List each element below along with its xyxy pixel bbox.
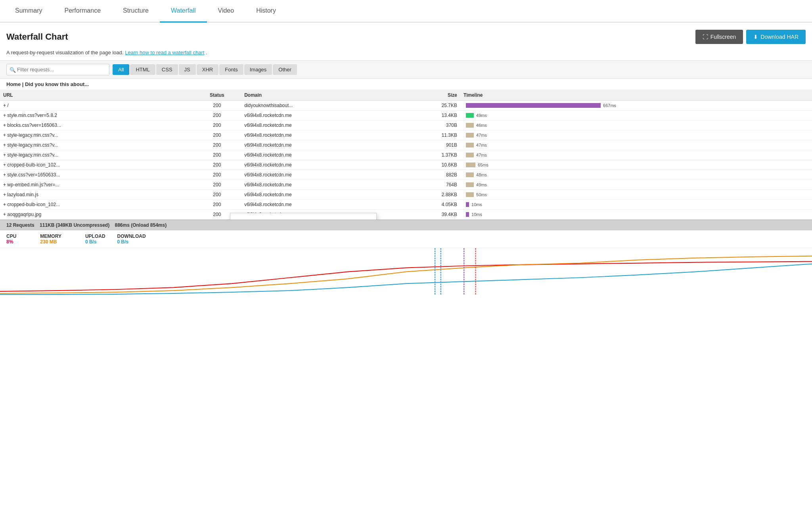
cell-size: 25.7KB [395,101,460,111]
waterfall-table: URL Status Domain Size Timeline + /200di… [0,90,812,220]
cell-status: 200 [193,150,241,160]
upload-value: 0 B/s [85,239,105,245]
tooltip-popup: 0ms Request start time since the beginni… [230,213,377,220]
cell-domain: v6i9i4x8.rocketcdn.me [241,180,395,190]
cell-status: 200 [193,121,241,130]
search-icon: 🔍 [10,67,16,73]
table-row[interactable]: + aoqggaqrlpu.jpg200v6i9i4x8.rocketcdn.m… [0,210,812,220]
cell-size: 1.37KB [395,150,460,160]
cell-url: + style-legacy.min.css?v... [0,150,193,160]
cell-size: 10.6KB [395,160,460,170]
table-row[interactable]: + style-legacy.min.css?v...200v6i9i4x8.r… [0,140,812,150]
metrics-section: CPU 8% MEMORY 230 MB UPLOAD 0 B/s DOWNLO… [0,230,812,248]
description-text: A request-by-request visualization of th… [6,50,124,55]
cell-timeline: 50ms [460,190,812,200]
cell-domain: v6i9i4x8.rocketcdn.me [241,111,395,121]
cell-timeline: 667ms [460,101,812,111]
cell-domain: v6i9i4x8.rocketcdn.me [241,160,395,170]
cell-timeline: 47ms [460,130,812,140]
table-row[interactable]: + style.min.css?ver=5.8.2200v6i9i4x8.roc… [0,111,812,121]
table-wrapper: URL Status Domain Size Timeline + /200di… [0,90,812,220]
filter-btn-images[interactable]: Images [244,64,272,75]
tab-structure[interactable]: Structure [112,0,160,23]
cell-status: 200 [193,130,241,140]
tab-video[interactable]: Video [207,0,245,23]
memory-metric: MEMORY 230 MB [40,233,61,245]
cell-size: 882B [395,170,460,180]
fullscreen-button[interactable]: ⛶ Fullscreen [695,30,743,44]
filter-input-wrap: 🔍 [6,64,109,75]
cell-domain: v6i9i4x8.rocketcdn.me [241,150,395,160]
cell-status: 200 [193,170,241,180]
summary-uncompressed: (349KB Uncompressed) [56,222,109,228]
cell-url: + cropped-bulb-icon_102... [0,200,193,210]
filter-btn-all[interactable]: All [113,64,129,75]
cell-url: + style.min.css?ver=5.8.2 [0,111,193,121]
waterfall-container: Home | Did you know this about... URL St… [0,79,812,230]
cell-status: 200 [193,101,241,111]
download-dl-value: 0 B/s [117,239,146,245]
cell-domain: v6i9i4x8.rocketcdn.me [241,121,395,130]
tab-summary[interactable]: Summary [4,0,53,23]
summary-row: 12 Requests 111KB (349KB Uncompressed) 8… [0,220,812,230]
download-label: DOWNLOAD [117,233,146,239]
cell-url: + cropped-bulb-icon_102... [0,160,193,170]
cell-timeline: 47ms [460,150,812,160]
tab-waterfall[interactable]: Waterfall [160,0,207,23]
upload-label: UPLOAD [85,233,105,239]
download-har-button[interactable]: ⬇ Download HAR [746,30,806,44]
tabs-bar: Summary Performance Structure Waterfall … [0,0,812,23]
filter-btn-html[interactable]: HTML [130,64,155,75]
cell-size: 370B [395,121,460,130]
table-row[interactable]: + cropped-bulb-icon_102...200v6i9i4x8.ro… [0,200,812,210]
table-row[interactable]: + lazyload.min.js200v6i9i4x8.rocketcdn.m… [0,190,812,200]
fullscreen-icon: ⛶ [703,34,708,40]
learn-link[interactable]: Learn how to read a waterfall chart [125,50,204,55]
table-row[interactable]: + cropped-bulb-icon_102...200v6i9i4x8.ro… [0,160,812,170]
table-row[interactable]: + style-legacy.min.css?v...200v6i9i4x8.r… [0,130,812,140]
table-row[interactable]: + style.css?ver=1650633...200v6i9i4x8.ro… [0,170,812,180]
memory-label: MEMORY [40,233,61,239]
table-row[interactable]: + blocks.css?ver=165063...200v6i9i4x8.ro… [0,121,812,130]
table-row[interactable]: + /200didyouknowthisabout...25.7KB667ms [0,101,812,111]
filter-btn-css[interactable]: CSS [156,64,178,75]
tab-history[interactable]: History [245,0,287,23]
table-body: + /200didyouknowthisabout...25.7KB667ms+… [0,101,812,220]
fullscreen-label: Fullscreen [710,34,736,40]
tab-performance[interactable]: Performance [53,0,112,23]
cell-size: 11.3KB [395,130,460,140]
cell-timeline: 49ms [460,111,812,121]
header-buttons: ⛶ Fullscreen ⬇ Download HAR [695,30,806,44]
cell-timeline: 65ms [460,160,812,170]
table-row[interactable]: + style-legacy.min.css?v...200v6i9i4x8.r… [0,150,812,160]
cell-url: + style-legacy.min.css?v... [0,140,193,150]
col-url: URL [0,90,193,101]
filter-input[interactable] [6,64,109,75]
col-size: Size [395,90,460,101]
filter-btn-xhr[interactable]: XHR [197,64,218,75]
summary-onload: (Onload 854ms) [131,222,167,228]
cell-url: + aoqggaqrlpu.jpg [0,210,193,220]
filter-btn-js[interactable]: JS [179,64,196,75]
cell-timeline: 10ms [460,210,812,220]
cell-url: + wp-embed.min.js?ver=... [0,180,193,190]
cell-size: 2.88KB [395,190,460,200]
cell-status: 200 [193,140,241,150]
cell-domain: v6i9i4x8.rocketcdn.me [241,190,395,200]
cell-timeline: 46ms [460,121,812,130]
cell-domain: v6i9i4x8.rocketcdn.me [241,130,395,140]
chart-area [0,248,812,295]
download-line [0,264,812,295]
download-label: Download HAR [760,34,799,40]
filter-btn-fonts[interactable]: Fonts [219,64,243,75]
filter-btn-other[interactable]: Other [273,64,297,75]
cell-domain: v6i9i4x8.rocketcdn.me [241,200,395,210]
filter-buttons: All HTML CSS JS XHR Fonts Images Other [113,64,297,75]
cell-url: + / [0,101,193,111]
cpu-value: 8% [6,239,16,245]
cell-timeline: 49ms [460,180,812,190]
summary-time: 886ms [115,222,129,228]
summary-requests: 12 Requests [6,222,34,228]
table-row[interactable]: + wp-embed.min.js?ver=...200v6i9i4x8.roc… [0,180,812,190]
cell-size: 764B [395,180,460,190]
